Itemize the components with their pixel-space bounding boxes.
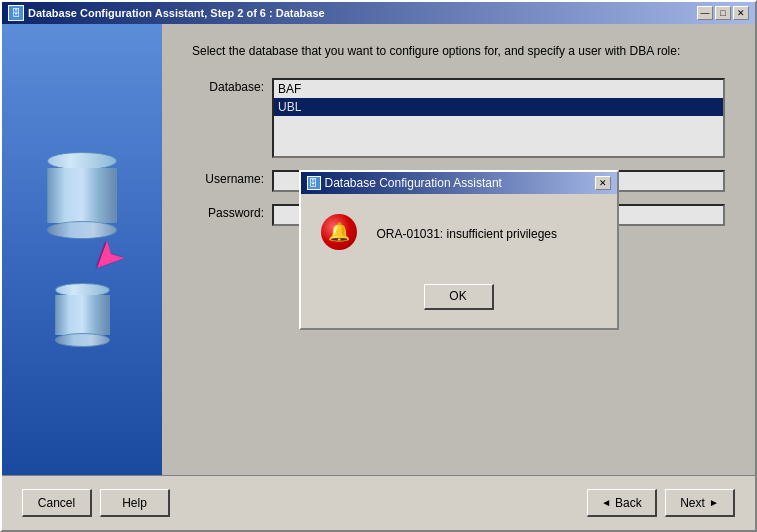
ok-button[interactable]: OK <box>424 284 494 310</box>
db-illustration: ➤ <box>47 152 117 347</box>
maximize-button[interactable]: □ <box>715 6 731 20</box>
cylinder-bottom-ellipse-small <box>55 333 110 347</box>
back-button[interactable]: ◄ Back <box>587 489 657 517</box>
cancel-button[interactable]: Cancel <box>22 489 92 517</box>
next-button[interactable]: Next ► <box>665 489 735 517</box>
error-bell: 🔔 <box>321 214 357 250</box>
modal-footer: OK <box>301 274 617 326</box>
error-message: ORA-01031: insufficient privileges <box>377 227 597 241</box>
bell-symbol: 🔔 <box>328 221 350 243</box>
bottom-left-buttons: Cancel Help <box>22 489 170 517</box>
bottom-bar: Cancel Help ◄ Back Next ► <box>2 475 755 530</box>
main-area: ➤ Select the database that you want to c… <box>2 24 755 475</box>
title-bar: 🗄 Database Configuration Assistant, Step… <box>2 2 755 24</box>
close-button[interactable]: ✕ <box>733 6 749 20</box>
next-arrow-icon: ► <box>709 497 719 508</box>
next-label: Next <box>680 496 705 510</box>
cylinder-body-small <box>55 295 110 335</box>
left-panel: ➤ <box>2 24 162 475</box>
arrow-icon: ➤ <box>84 235 132 283</box>
title-buttons: — □ ✕ <box>697 6 749 20</box>
db-cylinder-bottom <box>55 283 110 347</box>
minimize-button[interactable]: — <box>697 6 713 20</box>
modal-window: 🗄 Database Configuration Assistant ✕ 🔔 <box>299 170 619 330</box>
modal-content: 🔔 ORA-01031: insufficient privileges <box>301 194 617 274</box>
bottom-right-buttons: ◄ Back Next ► <box>587 489 735 517</box>
window-content: ➤ Select the database that you want to c… <box>2 24 755 530</box>
help-button[interactable]: Help <box>100 489 170 517</box>
modal-title-left: 🗄 Database Configuration Assistant <box>307 176 502 190</box>
title-bar-left: 🗄 Database Configuration Assistant, Step… <box>8 5 325 21</box>
error-icon: 🔔 <box>321 214 361 254</box>
db-cylinder-top <box>47 152 117 239</box>
modal-icon: 🗄 <box>307 176 321 190</box>
main-window: 🗄 Database Configuration Assistant, Step… <box>0 0 757 532</box>
arrow-container: ➤ <box>47 247 117 257</box>
back-arrow-icon: ◄ <box>601 497 611 508</box>
modal-title-bar: 🗄 Database Configuration Assistant ✕ <box>301 172 617 194</box>
right-panel: Select the database that you want to con… <box>162 24 755 475</box>
window-icon: 🗄 <box>8 5 24 21</box>
modal-title: Database Configuration Assistant <box>325 176 502 190</box>
modal-close-button[interactable]: ✕ <box>595 176 611 190</box>
cylinder-body <box>47 168 117 223</box>
window-title: Database Configuration Assistant, Step 2… <box>28 7 325 19</box>
back-label: Back <box>615 496 642 510</box>
cylinder-bottom-ellipse <box>47 221 117 239</box>
modal-overlay: 🗄 Database Configuration Assistant ✕ 🔔 <box>162 24 755 475</box>
